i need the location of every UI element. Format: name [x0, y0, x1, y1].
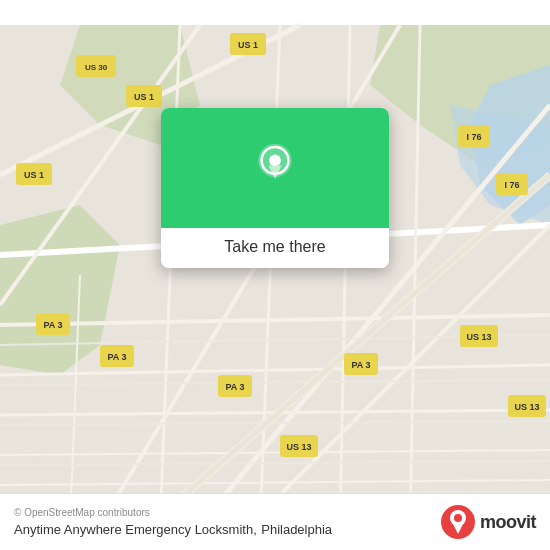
svg-text:PA 3: PA 3 — [107, 352, 126, 362]
svg-point-62 — [454, 514, 462, 522]
svg-text:US 13: US 13 — [286, 442, 311, 452]
svg-text:US 1: US 1 — [134, 92, 154, 102]
location-popup: Take me there — [161, 108, 389, 268]
popup-green-header — [161, 108, 389, 228]
bottom-left-info: © OpenStreetMap contributors Anytime Any… — [14, 507, 332, 538]
svg-text:US 13: US 13 — [514, 402, 539, 412]
popup-label-area: Take me there — [161, 228, 389, 268]
svg-text:US 1: US 1 — [24, 170, 44, 180]
svg-text:I 76: I 76 — [504, 180, 519, 190]
moovit-wordmark: moovit — [480, 512, 536, 533]
business-name: Anytime Anywhere Emergency Locksmith, — [14, 522, 257, 537]
bottom-bar: © OpenStreetMap contributors Anytime Any… — [0, 493, 550, 550]
take-me-there-button[interactable]: Take me there — [224, 238, 325, 256]
map-container: US 1 US 1 US 30 US 1 I 76 I 76 PA 3 PA 3… — [0, 0, 550, 550]
svg-text:US 1: US 1 — [238, 40, 258, 50]
moovit-icon — [440, 504, 476, 540]
business-location: Philadelphia — [261, 522, 332, 537]
location-pin-icon — [249, 142, 301, 194]
svg-point-57 — [269, 155, 281, 167]
svg-text:I 76: I 76 — [466, 132, 481, 142]
svg-text:PA 3: PA 3 — [43, 320, 62, 330]
svg-text:PA 3: PA 3 — [225, 382, 244, 392]
svg-text:US 30: US 30 — [85, 63, 108, 72]
moovit-logo: moovit — [440, 504, 536, 540]
map-background: US 1 US 1 US 30 US 1 I 76 I 76 PA 3 PA 3… — [0, 0, 550, 550]
copyright-text: © OpenStreetMap contributors — [14, 507, 332, 518]
svg-text:PA 3: PA 3 — [351, 360, 370, 370]
business-info: Anytime Anywhere Emergency Locksmith, Ph… — [14, 520, 332, 538]
svg-text:US 13: US 13 — [466, 332, 491, 342]
